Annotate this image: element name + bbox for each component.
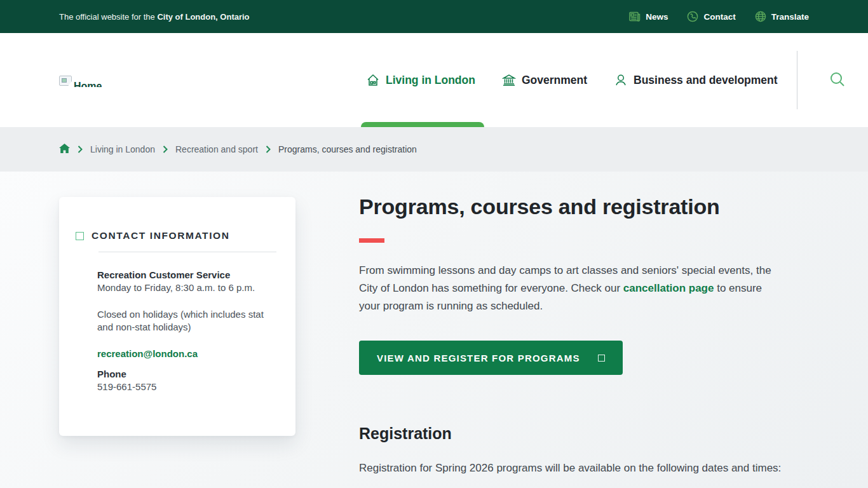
chevron-right-icon: [266, 146, 271, 153]
contact-card-title: CONTACT INFORMATION: [92, 230, 230, 241]
utility-bar: The official website for the City of Lon…: [0, 0, 868, 33]
external-link-icon: [598, 355, 605, 362]
contact-information-card: CONTACT INFORMATION Recreation Customer …: [59, 197, 295, 436]
globe-icon: [755, 11, 766, 22]
service-hours: Monday to Friday, 8:30 a.m. to 6 p.m.: [97, 281, 276, 294]
bank-icon: [502, 73, 516, 87]
logo-alt-text: Home: [74, 81, 102, 87]
site-logo-home-link[interactable]: Home: [59, 76, 102, 87]
spacer: [97, 360, 276, 368]
search-icon: [828, 81, 847, 91]
chevron-right-icon: [78, 146, 83, 153]
person-icon: [614, 73, 628, 87]
spacer: [97, 294, 276, 308]
search-button[interactable]: [824, 66, 851, 95]
recreation-email-link[interactable]: recreation@london.ca: [97, 348, 198, 359]
tagline-prefix: The official website for the: [59, 12, 157, 22]
intro-paragraph: From swimming lessons and day camps to a…: [359, 262, 783, 315]
nav-item-government[interactable]: Government: [502, 73, 587, 87]
breadcrumb-item-recreation-and-sport[interactable]: Recreation and sport: [175, 144, 258, 154]
closed-note: Closed on holidays (which includes stat …: [97, 308, 276, 334]
house-icon: [366, 73, 380, 87]
primary-nav: Living in London Government: [366, 33, 851, 127]
newspaper-icon: [629, 11, 641, 22]
translate-label: Translate: [771, 12, 809, 22]
breadcrumb-home-link[interactable]: [59, 144, 70, 155]
main-header: Home Living in London: [0, 33, 868, 127]
nav-label: Business and development: [634, 74, 778, 87]
breadcrumb-item-living-in-london[interactable]: Living in London: [90, 144, 155, 154]
news-label: News: [646, 12, 668, 22]
site-tagline: The official website for the City of Lon…: [59, 12, 250, 22]
breadcrumb-current-page: Programs, courses and registration: [278, 144, 417, 154]
nav-item-business-and-development[interactable]: Business and development: [614, 73, 778, 87]
breadcrumb-band: Living in London Recreation and sport Pr…: [0, 127, 868, 172]
registration-paragraph: Registration for Spring 2026 programs wi…: [359, 459, 783, 477]
active-nav-indicator: [361, 122, 484, 127]
home-icon: [59, 144, 70, 155]
contact-card-icon: [76, 232, 84, 240]
phone-number: 519-661-5575: [97, 381, 276, 393]
contact-link[interactable]: Contact: [687, 11, 735, 22]
cta-label: VIEW AND REGISTER FOR PROGRAMS: [377, 353, 580, 363]
broken-image-icon: [59, 76, 72, 86]
cancellation-page-link[interactable]: cancellation page: [623, 282, 714, 294]
header-divider: [797, 51, 797, 109]
utility-links: News Contact: [629, 11, 809, 22]
translate-link[interactable]: Translate: [755, 11, 809, 22]
phone-circle-icon: [687, 11, 698, 22]
phone-label: Phone: [97, 368, 276, 381]
card-title-row: CONTACT INFORMATION: [76, 230, 276, 241]
breadcrumb: Living in London Recreation and sport Pr…: [59, 144, 417, 155]
page: The official website for the City of Lon…: [0, 0, 868, 488]
article: Programs, courses and registration From …: [359, 194, 783, 477]
tagline-city: City of London, Ontario: [157, 12, 249, 22]
nav-label: Living in London: [386, 74, 475, 87]
nav-item-living-in-london[interactable]: Living in London: [366, 73, 475, 87]
view-and-register-button[interactable]: VIEW AND REGISTER FOR PROGRAMS: [359, 341, 623, 375]
service-name: Recreation Customer Service: [97, 269, 276, 281]
news-link[interactable]: News: [629, 11, 668, 22]
card-divider: [98, 252, 276, 252]
red-accent-bar: [359, 238, 384, 243]
card-body: Recreation Customer Service Monday to Fr…: [76, 269, 276, 393]
contact-label: Contact: [703, 12, 735, 22]
page-title: Programs, courses and registration: [359, 194, 783, 219]
spacer: [97, 334, 276, 348]
main-content: CONTACT INFORMATION Recreation Customer …: [0, 172, 868, 488]
chevron-right-icon: [163, 146, 168, 153]
nav-label: Government: [522, 74, 587, 87]
registration-heading: Registration: [359, 424, 783, 443]
